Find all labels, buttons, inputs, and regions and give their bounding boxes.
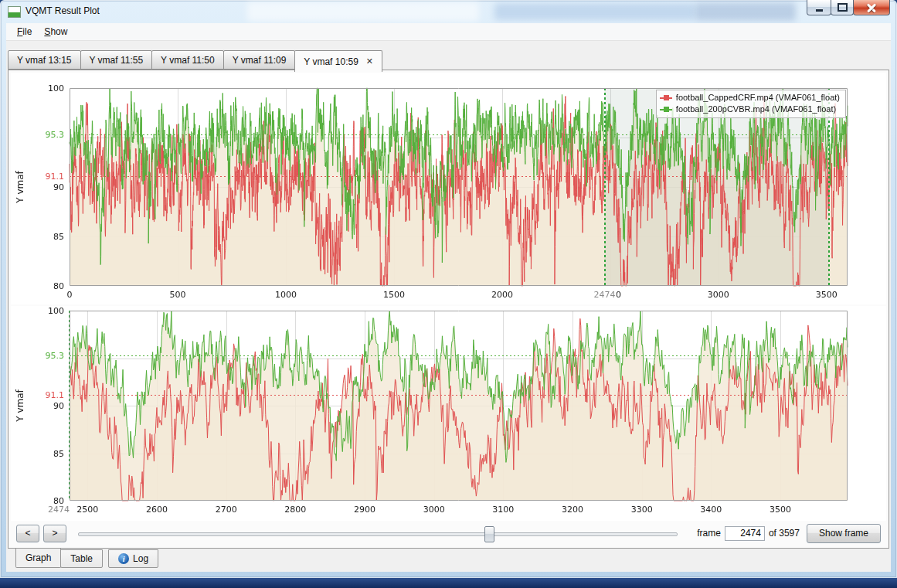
overview-chart: football_CappedCRF.mp4 (VMAF061_float)fo… <box>11 73 886 304</box>
legend-series-icon <box>660 106 672 113</box>
next-frame-button[interactable]: > <box>43 525 66 542</box>
legend-entry: football_200pCVBR.mp4 (VMAF061_float) <box>660 104 840 115</box>
legend-series-label: football_CappedCRF.mp4 (VMAF061_float) <box>676 92 840 104</box>
tab-y-vmaf-1315[interactable]: Y vmaf 13:15 <box>8 50 81 70</box>
glass-reflection <box>247 2 479 22</box>
glass-reflection <box>494 3 695 20</box>
detail-chart-canvas[interactable] <box>11 306 886 521</box>
frame-input[interactable] <box>725 526 765 541</box>
tab-graph[interactable]: Graph <box>15 548 61 568</box>
tab-y-vmaf-1109[interactable]: Y vmaf 11:09 <box>223 50 296 70</box>
detail-chart <box>11 306 886 521</box>
legend-series-icon <box>660 94 672 101</box>
frame-controls: < > frame of 3597 Show frame <box>8 521 889 546</box>
slider-handle[interactable] <box>484 526 494 542</box>
close-icon <box>866 2 877 13</box>
frame-label: frame <box>697 528 721 539</box>
frame-total-label: of 3597 <box>769 528 800 539</box>
client-area: File Show Y vmaf 13:15 Y vmaf 11:55 Y vm… <box>6 23 891 572</box>
close-button[interactable] <box>853 0 890 15</box>
graph-panel: football_CappedCRF.mp4 (VMAF061_float)fo… <box>8 70 889 549</box>
menubar: File Show <box>6 23 891 41</box>
tab-close-icon[interactable]: ✕ <box>366 57 373 66</box>
minimize-button[interactable] <box>807 0 831 15</box>
desktop: VQMT Result Plot File Show Y vmaf 13:15 … <box>0 0 897 588</box>
prev-frame-button[interactable]: < <box>16 525 39 542</box>
tab-table[interactable]: Table <box>60 549 103 568</box>
tab-log[interactable]: i Log <box>108 549 158 568</box>
legend-series-label: football_200pCVBR.mp4 (VMAF061_float) <box>676 104 836 115</box>
tab-y-vmaf-1150[interactable]: Y vmaf 11:50 <box>151 50 224 70</box>
view-tabs: Graph Table i Log <box>15 548 158 569</box>
frame-slider[interactable] <box>78 525 678 542</box>
slider-track[interactable] <box>78 532 678 536</box>
maximize-icon <box>838 3 848 12</box>
maximize-button[interactable] <box>831 0 854 15</box>
result-tabs: Y vmaf 13:15 Y vmaf 11:55 Y vmaf 11:50 Y… <box>8 51 889 71</box>
tab-y-vmaf-1155[interactable]: Y vmaf 11:55 <box>80 50 153 70</box>
show-frame-button[interactable]: Show frame <box>807 524 881 543</box>
info-icon: i <box>118 553 129 564</box>
legend-entry: football_CappedCRF.mp4 (VMAF061_float) <box>660 92 840 104</box>
titlebar[interactable]: VQMT Result Plot <box>0 0 897 23</box>
menu-file[interactable]: File <box>11 25 38 39</box>
window-title: VQMT Result Plot <box>25 5 100 16</box>
tab-y-vmaf-1059[interactable]: Y vmaf 10:59 ✕ <box>294 50 382 72</box>
minimize-icon <box>816 9 823 12</box>
glass-reflection <box>695 2 796 21</box>
legend: football_CappedCRF.mp4 (VMAF061_float)fo… <box>656 90 846 118</box>
taskbar-strip <box>0 578 897 588</box>
app-icon <box>8 6 21 18</box>
vqmt-window: VQMT Result Plot File Show Y vmaf 13:15 … <box>0 0 897 578</box>
menu-show[interactable]: Show <box>38 25 73 39</box>
